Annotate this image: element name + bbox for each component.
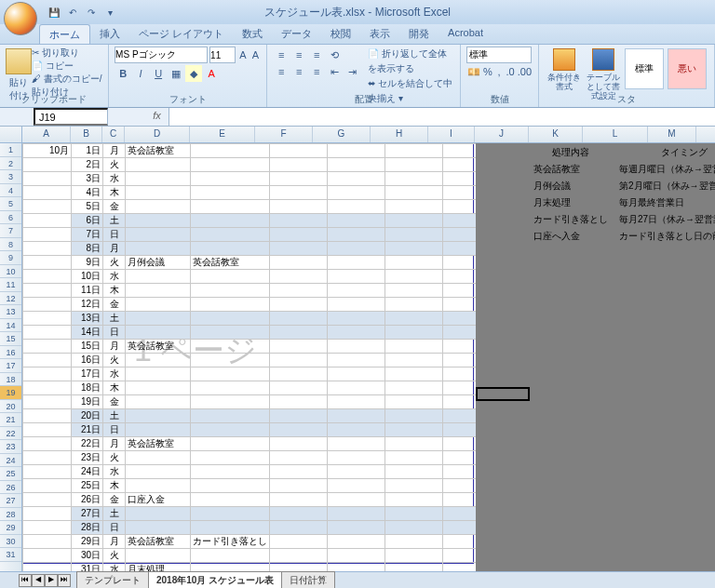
sheet-tab[interactable]: テンプレート xyxy=(76,571,149,588)
tab-数式[interactable]: 数式 xyxy=(233,24,272,44)
cell[interactable] xyxy=(191,172,270,186)
tab-データ[interactable]: データ xyxy=(272,24,321,44)
cell[interactable]: 月例会議 xyxy=(126,256,191,270)
cell[interactable] xyxy=(328,423,385,437)
cell[interactable]: 19日 xyxy=(72,395,103,409)
cell[interactable] xyxy=(328,270,385,284)
cell[interactable] xyxy=(191,493,270,507)
cell[interactable]: 水 xyxy=(103,172,126,186)
cell[interactable] xyxy=(191,409,270,423)
row-header-19[interactable]: 19 xyxy=(0,386,21,400)
cell[interactable] xyxy=(328,214,385,228)
cell[interactable] xyxy=(23,354,72,368)
cell[interactable]: 英会話教室 xyxy=(126,340,191,354)
cell[interactable] xyxy=(23,437,72,451)
cell[interactable]: 木 xyxy=(103,381,126,395)
cell[interactable] xyxy=(126,270,191,284)
table-row[interactable]: 26日金口座入金 xyxy=(23,493,490,507)
cell[interactable]: 23日 xyxy=(72,451,103,465)
cell[interactable] xyxy=(328,326,385,340)
cell[interactable]: 18日 xyxy=(72,381,103,395)
row-header-20[interactable]: 20 xyxy=(0,400,21,414)
row-header-15[interactable]: 15 xyxy=(0,332,21,346)
cell[interactable]: 火 xyxy=(103,256,126,270)
cell[interactable] xyxy=(385,423,443,437)
cell-style-bad[interactable]: 悪い xyxy=(668,48,707,89)
cell[interactable] xyxy=(126,228,191,242)
cell[interactable] xyxy=(191,270,270,284)
cell[interactable]: 木 xyxy=(103,479,126,493)
table-row[interactable]: 20日土 xyxy=(23,409,490,423)
cell[interactable] xyxy=(385,535,443,549)
row-header-5[interactable]: 5 xyxy=(0,197,21,211)
col-header-H[interactable]: H xyxy=(371,127,428,142)
row-header-23[interactable]: 23 xyxy=(0,440,21,454)
cell[interactable]: 8日 xyxy=(72,242,103,256)
dec-decimal-icon[interactable]: .00 xyxy=(517,63,533,80)
cell[interactable]: 10日 xyxy=(72,270,103,284)
cell[interactable]: 火 xyxy=(103,158,126,172)
cell[interactable] xyxy=(270,298,328,312)
cell[interactable] xyxy=(191,507,270,521)
cell[interactable] xyxy=(270,368,328,381)
cell[interactable]: 月 xyxy=(103,242,126,256)
row-header-3[interactable]: 3 xyxy=(0,170,21,184)
sheet-nav-next[interactable]: ▶ xyxy=(45,574,58,587)
col-header-L[interactable]: L xyxy=(583,127,648,142)
cell[interactable] xyxy=(23,521,72,535)
cell[interactable] xyxy=(191,437,270,451)
cell[interactable]: 日 xyxy=(103,521,126,535)
cell[interactable]: 水 xyxy=(103,563,126,572)
cell[interactable]: 火 xyxy=(103,549,126,563)
cell[interactable] xyxy=(191,298,270,312)
cell[interactable]: 木 xyxy=(103,284,126,298)
table-row[interactable]: 12日金 xyxy=(23,298,490,312)
cell[interactable] xyxy=(191,563,270,572)
cell[interactable] xyxy=(385,479,443,493)
row-header-7[interactable]: 7 xyxy=(0,224,21,238)
table-row[interactable]: 3日水 xyxy=(23,172,490,186)
cell[interactable]: 土 xyxy=(103,507,126,521)
cell[interactable] xyxy=(126,395,191,409)
cell[interactable] xyxy=(270,340,328,354)
cell[interactable] xyxy=(328,340,385,354)
cell[interactable] xyxy=(23,186,72,200)
cell[interactable] xyxy=(385,200,443,214)
cell[interactable] xyxy=(270,242,328,256)
tab-ホーム[interactable]: ホーム xyxy=(39,24,90,44)
cell[interactable] xyxy=(23,200,72,214)
cell[interactable]: 月 xyxy=(103,535,126,549)
cell[interactable]: 26日 xyxy=(72,493,103,507)
cell[interactable] xyxy=(270,312,328,326)
cell[interactable] xyxy=(328,493,385,507)
indent-dec-icon[interactable]: ⇤ xyxy=(326,63,343,80)
undo-icon[interactable]: ↶ xyxy=(65,5,80,20)
row-header-21[interactable]: 21 xyxy=(0,413,21,427)
cell[interactable] xyxy=(328,242,385,256)
cell[interactable]: 22日 xyxy=(72,437,103,451)
table-row[interactable]: 8日月 xyxy=(23,242,490,256)
cell[interactable] xyxy=(126,465,191,479)
row-header-11[interactable]: 11 xyxy=(0,278,21,292)
table-row[interactable]: 18日木 xyxy=(23,381,490,395)
cell[interactable] xyxy=(191,395,270,409)
cell[interactable] xyxy=(270,437,328,451)
cell[interactable] xyxy=(270,172,328,186)
cell[interactable] xyxy=(328,228,385,242)
cell[interactable] xyxy=(328,451,385,465)
table-row[interactable]: 31日水月末処理 xyxy=(23,563,490,572)
cell[interactable] xyxy=(23,395,72,409)
cell[interactable] xyxy=(126,200,191,214)
table-row[interactable]: 9日火月例会議英会話教室 xyxy=(23,256,490,270)
table-row[interactable]: 6日土 xyxy=(23,214,490,228)
tab-挿入[interactable]: 挿入 xyxy=(90,24,129,44)
cell[interactable] xyxy=(328,535,385,549)
fill-color-button[interactable]: ◆ xyxy=(185,65,202,82)
cell[interactable]: 口座入金 xyxy=(126,493,191,507)
comma-icon[interactable]: , xyxy=(494,63,505,80)
cell[interactable] xyxy=(270,465,328,479)
cell[interactable] xyxy=(270,354,328,368)
cell[interactable] xyxy=(191,451,270,465)
cell[interactable] xyxy=(328,172,385,186)
cell[interactable]: 10月 xyxy=(23,144,72,158)
